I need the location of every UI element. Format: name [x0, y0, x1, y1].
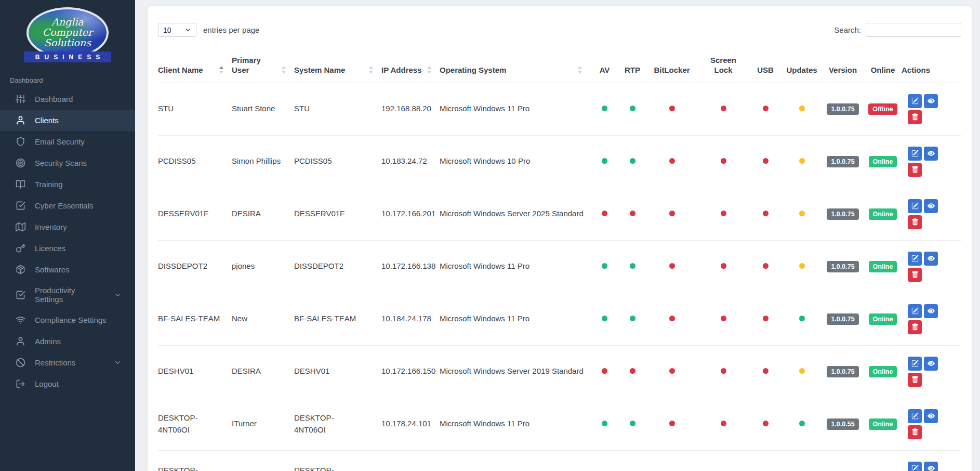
trash-icon: [911, 323, 919, 331]
av-status-dot: [602, 316, 607, 321]
sidebar-item-compliance-settings[interactable]: Compliance Settings: [0, 309, 135, 331]
eye-icon: [928, 255, 935, 262]
sidebar-item-logout[interactable]: Logout: [0, 373, 135, 395]
column-header-system-name[interactable]: System Name: [294, 53, 381, 83]
sidebar-item-email-security[interactable]: Email Security: [0, 131, 135, 152]
delete-button[interactable]: [908, 268, 922, 282]
column-header-ip-address[interactable]: IP Address: [381, 53, 440, 83]
edit-button[interactable]: [908, 252, 922, 266]
column-label: AV: [600, 66, 610, 74]
delete-button[interactable]: [908, 320, 922, 334]
edit-button[interactable]: [908, 147, 922, 161]
rtp-status-dot: [630, 158, 635, 164]
table-toolbar: 10 entries per page Search:: [158, 23, 961, 37]
sidebar-item-label: Productivity Settings: [35, 286, 104, 304]
sidebar-item-label: Cyber Essentials: [35, 201, 94, 210]
system-name-cell: DESSERV01F: [294, 209, 345, 218]
system-name-cell: DISSDEPOT2: [294, 261, 343, 270]
view-button[interactable]: [924, 94, 938, 108]
delete-button[interactable]: [908, 215, 922, 229]
edit-icon: [911, 150, 919, 157]
logo-line-3: Solutions: [43, 38, 92, 48]
client-name-cell: DISSDEPOT2: [158, 261, 207, 270]
view-button[interactable]: [924, 252, 938, 266]
trash-icon: [911, 166, 919, 173]
sidebar-item-label: Dashboard: [35, 95, 73, 103]
column-header-client-name[interactable]: Client Name: [158, 53, 232, 83]
usb-status-dot: [763, 368, 769, 374]
usb-status-dot: [763, 211, 769, 216]
sidebar-item-productivity-settings[interactable]: Productivity Settings: [0, 280, 135, 309]
column-label: Updates: [786, 66, 817, 74]
screen-lock-status-dot: [721, 421, 726, 426]
delete-button[interactable]: [908, 425, 922, 439]
sidebar-item-label: Email Security: [35, 137, 85, 146]
table-row: STUStuart StoneSTU192.168.88.20Microsoft…: [158, 83, 961, 135]
sidebar-item-restrictions[interactable]: Restrictions: [0, 352, 135, 373]
system-name-cell: DESKTOP-DQ2Q2R3: [294, 466, 334, 471]
edit-button[interactable]: [908, 94, 922, 108]
view-button[interactable]: [924, 199, 938, 213]
view-button[interactable]: [924, 409, 938, 423]
online-status-badge: Online: [869, 156, 897, 167]
company-logo: Anglia Computer Solutions BUSINESS: [0, 0, 135, 62]
edit-icon: [911, 97, 919, 104]
rtp-status-dot: [630, 421, 635, 426]
operating-system-cell: Microsoft Windows 10 Pro: [440, 156, 530, 165]
sort-icon: [369, 66, 373, 74]
entries-per-page-select[interactable]: 10: [158, 23, 196, 37]
sort-icon: [219, 66, 223, 74]
chevron-down-icon: [114, 359, 122, 367]
sidebar-item-security-scans[interactable]: Security Scans: [0, 152, 135, 174]
sidebar-item-cyber-essentials[interactable]: Cyber Essentials: [0, 195, 135, 216]
eye-icon: [928, 150, 935, 157]
sidebar-item-label: Softwares: [35, 265, 70, 274]
column-label: Primary User: [232, 56, 266, 75]
edit-icon: [911, 360, 919, 367]
column-header-operating-system[interactable]: Operating System: [440, 53, 590, 83]
sidebar-item-admins[interactable]: Admins: [0, 331, 135, 352]
column-header-bitlocker: BitLocker: [646, 53, 698, 83]
edit-button[interactable]: [908, 199, 922, 213]
usb-status-dot: [763, 263, 769, 269]
table-body: STUStuart StoneSTU192.168.88.20Microsoft…: [158, 83, 961, 471]
edit-button[interactable]: [908, 462, 922, 471]
eye-icon: [928, 307, 935, 315]
eye-icon: [928, 465, 935, 471]
trash-icon: [911, 113, 919, 121]
view-button[interactable]: [924, 147, 938, 161]
edit-button[interactable]: [908, 357, 922, 371]
column-header-primary-user[interactable]: Primary User: [232, 53, 294, 83]
av-status-dot: [602, 211, 607, 216]
sidebar-item-training[interactable]: Training: [0, 174, 135, 195]
edit-icon: [911, 255, 919, 262]
delete-button[interactable]: [908, 110, 922, 124]
sidebar-item-dashboard[interactable]: Dashboard: [0, 88, 135, 110]
sidebar-item-clients[interactable]: Clients: [0, 110, 135, 131]
operating-system-cell: Microsoft Windows 11 Pro: [440, 261, 529, 270]
sidebar-item-softwares[interactable]: Softwares: [0, 259, 135, 280]
package-icon: [16, 265, 25, 274]
column-header-version: Version: [822, 53, 864, 83]
view-button[interactable]: [924, 462, 938, 471]
edit-button[interactable]: [908, 409, 922, 423]
column-label: Actions: [902, 66, 930, 74]
delete-button[interactable]: [908, 163, 922, 177]
rtp-status-dot: [630, 316, 635, 321]
column-label: RTP: [625, 66, 640, 74]
screen-lock-status-dot: [721, 316, 726, 321]
search-input[interactable]: [866, 23, 961, 37]
view-button[interactable]: [924, 304, 938, 318]
sidebar-item-inventory[interactable]: Inventory: [0, 216, 135, 238]
edit-button[interactable]: [908, 304, 922, 318]
column-label: Online: [871, 66, 895, 74]
column-label: BitLocker: [654, 66, 690, 74]
version-badge: 1.0.0.75: [827, 261, 858, 272]
sidebar-item-licences[interactable]: Licences: [0, 238, 135, 259]
usb-status-dot: [763, 316, 769, 321]
view-button[interactable]: [924, 357, 938, 371]
operating-system-cell: Microsoft Windows Server 2025 Standard: [440, 209, 584, 218]
online-status-badge: Online: [869, 418, 897, 430]
chevron-down-icon: [184, 27, 191, 33]
delete-button[interactable]: [908, 373, 922, 387]
